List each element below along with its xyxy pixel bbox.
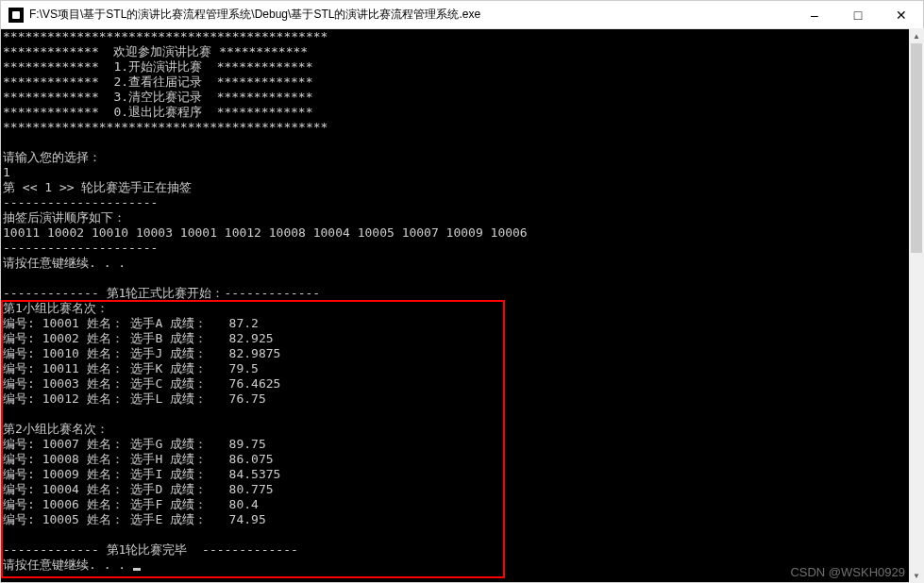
window-controls: – □ ✕ xyxy=(793,1,923,28)
result-row: 编号: 10004 姓名： 选手D 成绩： 80.775 xyxy=(3,482,274,496)
group1-title: 第1小组比赛名次： xyxy=(3,301,109,315)
order-label: 抽签后演讲顺序如下： xyxy=(3,210,126,225)
order-ids: 10011 10002 10010 10003 10001 10012 1000… xyxy=(3,225,528,240)
group2-title: 第2小组比赛名次： xyxy=(3,422,109,436)
round-drawing: 第 << 1 >> 轮比赛选手正在抽签 xyxy=(3,180,192,194)
console-output: ****************************************… xyxy=(1,29,923,582)
scrollbar-track[interactable] xyxy=(909,43,924,568)
scrollbar-thumb[interactable] xyxy=(911,43,922,253)
menu-opt1: ************* 1.开始演讲比赛 ************* xyxy=(3,59,312,74)
menu-opt0: ************* 0.退出比赛程序 ************* xyxy=(3,105,312,119)
scroll-down-icon[interactable]: ▼ xyxy=(909,568,924,583)
result-row: 编号: 10005 姓名： 选手E 成绩： 74.95 xyxy=(3,512,266,526)
continue-prompt-2: 请按任意键继续. . . xyxy=(3,558,133,572)
menu-opt2: ************* 2.查看往届记录 ************* xyxy=(3,75,312,89)
app-icon xyxy=(8,8,24,23)
result-row: 编号: 10003 姓名： 选手C 成绩： 76.4625 xyxy=(3,376,280,391)
app-window: F:\VS项目\基于STL的演讲比赛流程管理系统\Debug\基于STL的演讲比… xyxy=(0,0,924,583)
prompt-input: 1 xyxy=(3,165,10,179)
round1-start: ------------- 第1轮正式比赛开始：------------- xyxy=(3,286,328,300)
result-row: 编号: 10001 姓名： 选手A 成绩： 87.2 xyxy=(3,316,259,330)
result-row: 编号: 10010 姓名： 选手J 成绩： 82.9875 xyxy=(3,346,280,360)
continue-prompt-1: 请按任意键继续. . . xyxy=(3,256,126,270)
menu-border-top: ****************************************… xyxy=(3,29,328,43)
draw-dash: --------------------- xyxy=(3,195,158,209)
draw-dash2: --------------------- xyxy=(3,241,158,255)
menu-opt3: ************* 3.清空比赛记录 ************* xyxy=(3,90,312,104)
menu-border-bottom: ****************************************… xyxy=(3,120,328,134)
watermark: CSDN @WSKH0929 xyxy=(790,565,905,579)
result-row: 编号: 10008 姓名： 选手H 成绩： 86.075 xyxy=(3,452,274,466)
menu-welcome: ************* 欢迎参加演讲比赛 ************ xyxy=(3,44,308,58)
result-row: 编号: 10002 姓名： 选手B 成绩： 82.925 xyxy=(3,331,274,345)
maximize-button[interactable]: □ xyxy=(836,1,880,28)
minimize-button[interactable]: – xyxy=(793,1,836,28)
window-title: F:\VS项目\基于STL的演讲比赛流程管理系统\Debug\基于STL的演讲比… xyxy=(29,7,793,23)
result-row: 编号: 10006 姓名： 选手F 成绩： 80.4 xyxy=(3,497,259,511)
result-row: 编号: 10009 姓名： 选手I 成绩： 84.5375 xyxy=(3,467,280,481)
titlebar: F:\VS项目\基于STL的演讲比赛流程管理系统\Debug\基于STL的演讲比… xyxy=(1,1,923,29)
result-row: 编号: 10007 姓名： 选手G 成绩： 89.75 xyxy=(3,437,266,451)
scroll-up-icon[interactable]: ▲ xyxy=(909,28,924,43)
close-button[interactable]: ✕ xyxy=(880,1,923,28)
prompt-ask: 请输入您的选择： xyxy=(3,150,101,164)
round1-end: ------------- 第1轮比赛完毕 ------------- xyxy=(3,542,306,557)
result-row: 编号: 10012 姓名： 选手L 成绩： 76.75 xyxy=(3,391,266,406)
vertical-scrollbar[interactable]: ▲ ▼ xyxy=(909,28,924,583)
cursor xyxy=(133,568,141,571)
result-row: 编号: 10011 姓名： 选手K 成绩： 79.5 xyxy=(3,361,259,375)
